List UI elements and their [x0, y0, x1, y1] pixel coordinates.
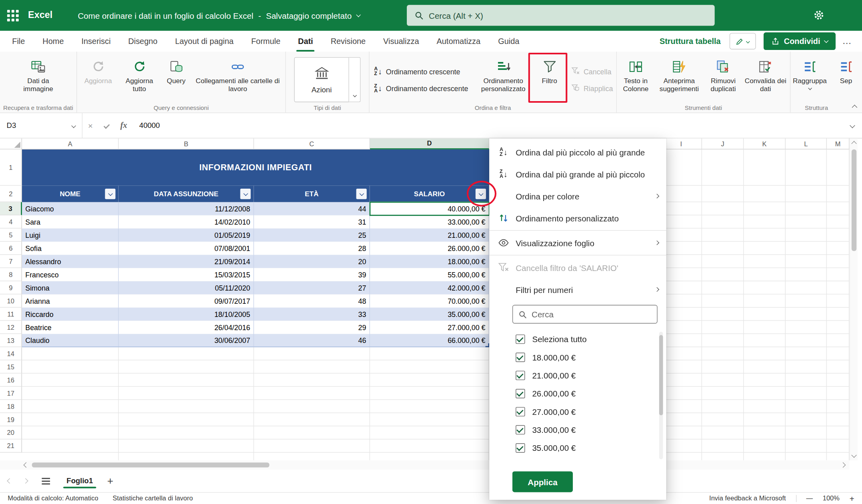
actions-data-type-button[interactable]: Azioni — [294, 57, 349, 102]
checklist-scroll-thumb[interactable] — [659, 335, 663, 415]
sheet-list-icon[interactable] — [42, 478, 50, 484]
next-sheet-icon[interactable] — [23, 478, 28, 484]
filter-search-input[interactable]: Cerca — [512, 305, 658, 324]
cancel-entry-icon[interactable]: × — [82, 121, 98, 130]
ribbon-tab-guida[interactable]: Guida — [489, 31, 528, 52]
cell[interactable]: 27.000,00 € — [370, 321, 489, 334]
column-header-m[interactable]: M — [827, 138, 849, 149]
cell[interactable]: 48 — [254, 295, 370, 308]
row-header-15[interactable]: 15 — [0, 361, 22, 374]
row-header-12[interactable]: 12 — [0, 321, 22, 334]
filter-dropdown-button-data-assunzione[interactable] — [240, 189, 251, 199]
cell[interactable]: 46 — [254, 334, 370, 347]
ungroup-rows-button[interactable]: Sep — [830, 56, 862, 85]
filter-value-26-000-00[interactable]: 26.000,00 € — [489, 384, 666, 402]
query-button[interactable]: Query — [161, 56, 192, 85]
row-header-13[interactable]: 13 — [0, 334, 22, 347]
data-from-picture-button[interactable]: Dati da immagine — [17, 56, 60, 93]
cell[interactable]: Riccardo — [22, 308, 119, 321]
selected-cell-d3[interactable]: 40.000,00 € — [370, 201, 490, 216]
horizontal-scroll-thumb[interactable] — [32, 462, 270, 467]
menu-item-ordina-per-colore[interactable]: Ordina per colore — [489, 185, 666, 207]
workbook-statistics[interactable]: Statistiche cartella di lavoro — [112, 494, 193, 502]
formula-input[interactable]: 40000 — [139, 122, 160, 130]
scroll-down-icon[interactable] — [851, 452, 857, 458]
scroll-right-icon[interactable] — [840, 462, 846, 468]
cell[interactable]: 30/06/2007 — [119, 334, 254, 347]
ribbon-tab-layout-di-pagina[interactable]: Layout di pagina — [166, 31, 242, 52]
column-header-k[interactable]: K — [744, 138, 786, 149]
row-header-19[interactable]: 19 — [0, 413, 22, 426]
column-header-l[interactable]: L — [786, 138, 827, 149]
calc-mode-status[interactable]: Modalità di calcolo: Automatico — [8, 494, 98, 502]
cell[interactable]: 21/09/2014 — [119, 255, 254, 268]
cell[interactable]: 09/07/2017 — [119, 295, 254, 308]
menu-item-ordinamento-personalizzato[interactable]: Ordinamento personalizzato — [489, 207, 666, 229]
refresh-all-button[interactable]: Aggiorna tutto — [118, 56, 161, 93]
menu-item-filtri-per-numeri[interactable]: Filtri per numeri — [489, 279, 666, 301]
table-header-data-assunzione[interactable]: DATA ASSUNZIONE — [119, 186, 254, 202]
checkbox-icon[interactable] — [516, 353, 525, 362]
cell[interactable]: 70.000,00 € — [370, 295, 489, 308]
apply-filter-button[interactable]: Applica — [512, 471, 573, 492]
menu-item-visualizzazione-foglio[interactable]: Visualizzazione foglio — [489, 232, 666, 254]
checkbox-icon[interactable] — [516, 371, 525, 380]
cell[interactable]: 29 — [254, 321, 370, 334]
row-header-17[interactable]: 17 — [0, 387, 22, 400]
save-status-chevron-icon[interactable] — [356, 12, 361, 17]
cell[interactable]: 15/03/2015 — [119, 268, 254, 281]
row-header-7[interactable]: 7 — [0, 255, 22, 268]
data-validation-button[interactable]: Convalida dei dati — [742, 56, 789, 93]
ribbon-tab-revisione[interactable]: Revisione — [322, 31, 374, 52]
ribbon-tab-home[interactable]: Home — [34, 31, 72, 52]
cell[interactable]: Arianna — [22, 295, 119, 308]
feedback-link[interactable]: Invia feedback a Microsoft — [709, 494, 786, 502]
cell[interactable]: 33.000,00 € — [370, 215, 489, 229]
filter-value-18-000-00[interactable]: 18.000,00 € — [489, 348, 666, 366]
zoom-in-button[interactable]: + — [850, 494, 854, 503]
confirm-entry-icon[interactable] — [98, 124, 115, 127]
cell[interactable]: 05/11/2020 — [119, 281, 254, 295]
menu-item-ordina-dal-pi-piccolo-al-pi-grande[interactable]: AZ↓Ordina dal più piccolo al più grande — [489, 141, 666, 163]
save-status[interactable]: Salvataggio completato — [266, 11, 352, 20]
row-header-3[interactable]: 3 — [0, 202, 22, 215]
scroll-up-icon[interactable] — [851, 141, 857, 147]
cell[interactable]: Sara — [22, 215, 119, 229]
insert-function-icon[interactable]: fx — [115, 121, 133, 130]
ribbon-overflow-button[interactable]: … — [842, 36, 852, 46]
cell[interactable]: 26.000,00 € — [370, 242, 489, 255]
row-header-6[interactable]: 6 — [0, 242, 22, 255]
row-header-14[interactable]: 14 — [0, 347, 22, 361]
row-header-11[interactable]: 11 — [0, 308, 22, 321]
checkbox-icon[interactable] — [516, 335, 525, 344]
sort-descending-button[interactable]: ZA↓ Ordinamento decrescente — [374, 82, 472, 94]
ribbon-tab-automatizza[interactable]: Automatizza — [428, 31, 489, 52]
cell[interactable]: 27 — [254, 281, 370, 295]
column-header-i[interactable]: I — [661, 138, 702, 149]
tab-table-design[interactable]: Struttura tabella — [660, 37, 721, 46]
table-title[interactable]: INFORMAZIONI IMPIEGATI — [22, 149, 489, 186]
row-header-8[interactable]: 8 — [0, 268, 22, 281]
filter-value-33-000-00[interactable]: 33.000,00 € — [489, 421, 666, 439]
app-name[interactable]: Excel — [28, 10, 52, 21]
remove-duplicates-button[interactable]: Rimuovi duplicati — [704, 56, 742, 93]
table-header-salario[interactable]: SALARIO — [370, 186, 489, 202]
column-header-d[interactable]: D — [370, 138, 489, 149]
previous-sheet-icon[interactable] — [7, 478, 12, 484]
vertical-scroll-thumb[interactable] — [852, 149, 856, 251]
menu-item-ordina-dal-pi-grande-al-pi-piccolo[interactable]: ZA↓Ordina dal più grande al più piccolo — [489, 163, 666, 185]
cell[interactable]: 18.000,00 € — [370, 255, 489, 268]
cell[interactable]: 33 — [254, 308, 370, 321]
settings-gear-icon[interactable] — [813, 9, 825, 21]
name-box[interactable]: D3 — [0, 113, 82, 138]
cell[interactable]: Simona — [22, 281, 119, 295]
cell[interactable]: Luigi — [22, 229, 119, 242]
column-header-a[interactable]: A — [22, 138, 119, 149]
filter-dropdown-button-et[interactable] — [356, 189, 367, 199]
horizontal-scrollbar[interactable] — [0, 460, 849, 470]
document-title[interactable]: Come ordinare i dati in un foglio di cal… — [78, 11, 360, 20]
filter-dropdown-button-nome[interactable] — [105, 189, 116, 199]
select-all-corner[interactable] — [0, 138, 22, 149]
cell[interactable]: 35.000,00 € — [370, 308, 489, 321]
filter-button[interactable]: Filtro — [531, 56, 568, 85]
